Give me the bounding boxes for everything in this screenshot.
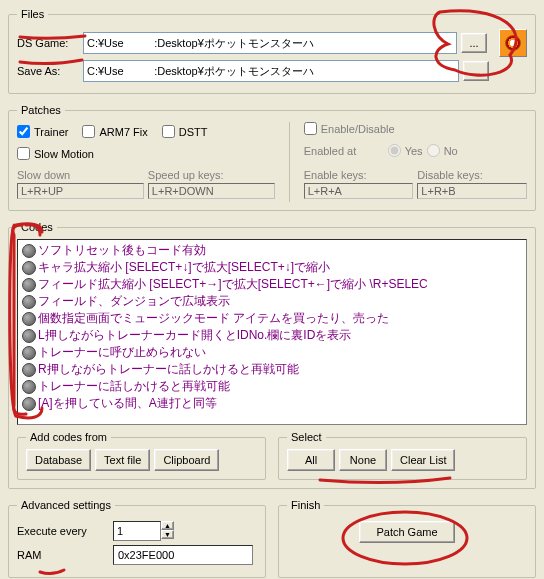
code-item-label: フィールド、ダンジョンで広域表示 [38,293,230,310]
bullet-icon [22,261,36,275]
arm7-checkbox-input[interactable] [82,125,95,138]
code-item[interactable]: ソフトリセット後もコード有効 [18,242,526,259]
code-item-label: キャラ拡大縮小 [SELECT+↓]で拡大[SELECT+↓]で縮小 [38,259,330,276]
select-none-button[interactable]: None [339,449,387,471]
codes-legend: Codes [17,221,57,233]
enable-keys-input [304,183,414,199]
execute-up-button[interactable]: ▲ [161,521,174,530]
add-codes-legend: Add codes from [26,431,111,443]
no-radio-input [427,144,440,157]
code-item[interactable]: フィールド拡大縮小 [SELECT+→]で拡大[SELECT+←]で縮小 \R+… [18,276,526,293]
select-all-button[interactable]: All [287,449,335,471]
dstt-checkbox-input[interactable] [162,125,175,138]
select-legend: Select [287,431,326,443]
enabled-at-label: Enabled at [304,145,384,157]
select-group: Select All None Clear List [278,431,527,480]
speedup-input [148,183,275,199]
trainer-checkbox[interactable]: Trainer [17,125,68,138]
enable-keys-label: Enable keys: [304,169,414,181]
code-item[interactable]: 個数指定画面でミュージックモード アイテムを買ったり、売った [18,310,526,327]
slowmotion-checkbox-input[interactable] [17,147,30,160]
patches-group: Patches Trainer ARM7 Fix DSTT [8,104,536,211]
clear-list-button[interactable]: Clear List [391,449,455,471]
bullet-icon [22,295,36,309]
slowdown-label: Slow down [17,169,144,181]
codes-listbox[interactable]: ソフトリセット後もコード有効キャラ拡大縮小 [SELECT+↓]で拡大[SELE… [17,239,527,425]
save-as-label: Save As: [17,65,79,77]
bullet-icon [22,346,36,360]
advanced-group: Advanced settings Execute every ▲ ▼ RAM [8,499,266,578]
code-item[interactable]: [A]を押している間、A連打と同等 [18,395,526,412]
save-as-browse-button[interactable]: ... [463,61,489,81]
bullet-icon [22,244,36,258]
disable-keys-label: Disable keys: [417,169,527,181]
save-as-input[interactable] [83,60,459,82]
slowdown-input [17,183,144,199]
ds-game-browse-button[interactable]: ... [461,33,487,53]
bullet-icon [22,397,36,411]
files-legend: Files [17,8,48,20]
bullet-icon [22,363,36,377]
dstt-checkbox[interactable]: DSTT [162,125,208,138]
code-item[interactable]: トレーナーに話しかけると再戦可能 [18,378,526,395]
codes-group: Codes ソフトリセット後もコード有効キャラ拡大縮小 [SELECT+↓]で拡… [8,221,536,489]
trainer-checkbox-input[interactable] [17,125,30,138]
code-item-label: L押しながらトレーナーカード開くとIDNo.欄に裏IDを表示 [38,327,351,344]
ds-game-label: DS Game: [17,37,79,49]
files-group: Files DS Game: ... Save As: ... [8,8,536,94]
bullet-icon [22,278,36,292]
no-radio: No [427,144,458,157]
execute-spinner[interactable]: ▲ ▼ [113,521,174,541]
slowmotion-checkbox[interactable]: Slow Motion [17,147,275,160]
disable-keys-input [417,183,527,199]
ram-input[interactable] [113,545,253,565]
code-item[interactable]: R押しながらトレーナーに話しかけると再戦可能 [18,361,526,378]
patches-legend: Patches [17,104,65,116]
textfile-button[interactable]: Text file [95,449,150,471]
enable-disable-checkbox[interactable]: Enable/Disable [304,122,527,135]
yes-radio-input [388,144,401,157]
code-item-label: ソフトリセット後もコード有効 [38,242,206,259]
code-item-label: R押しながらトレーナーに話しかけると再戦可能 [38,361,299,378]
bullet-icon [22,380,36,394]
patch-game-button[interactable]: Patch Game [359,521,454,543]
ds-game-input[interactable] [83,32,457,54]
code-item[interactable]: トレーナーに呼び止められない [18,344,526,361]
pokeball-icon [505,35,521,51]
clipboard-button[interactable]: Clipboard [154,449,219,471]
code-item[interactable]: L押しながらトレーナーカード開くとIDNo.欄に裏IDを表示 [18,327,526,344]
code-item-label: トレーナーに話しかけると再戦可能 [38,378,230,395]
execute-down-button[interactable]: ▼ [161,530,174,539]
orange-action-button[interactable] [499,29,527,57]
bullet-icon [22,329,36,343]
ram-label: RAM [17,549,107,561]
finish-legend: Finish [287,499,324,511]
yes-radio: Yes [388,144,423,157]
arm7-checkbox[interactable]: ARM7 Fix [82,125,147,138]
execute-input[interactable] [113,521,161,541]
code-item-label: 個数指定画面でミュージックモード アイテムを買ったり、売った [38,310,389,327]
code-item[interactable]: フィールド、ダンジョンで広域表示 [18,293,526,310]
code-item-label: [A]を押している間、A連打と同等 [38,395,217,412]
execute-label: Execute every [17,525,107,537]
speedup-label: Speed up keys: [148,169,275,181]
advanced-legend: Advanced settings [17,499,115,511]
code-item-label: フィールド拡大縮小 [SELECT+→]で拡大[SELECT+←]で縮小 \R+… [38,276,428,293]
add-codes-group: Add codes from Database Text file Clipbo… [17,431,266,480]
database-button[interactable]: Database [26,449,91,471]
finish-group: Finish Patch Game [278,499,536,578]
code-item-label: トレーナーに呼び止められない [38,344,206,361]
enable-disable-checkbox-input[interactable] [304,122,317,135]
code-item[interactable]: キャラ拡大縮小 [SELECT+↓]で拡大[SELECT+↓]で縮小 [18,259,526,276]
bullet-icon [22,312,36,326]
